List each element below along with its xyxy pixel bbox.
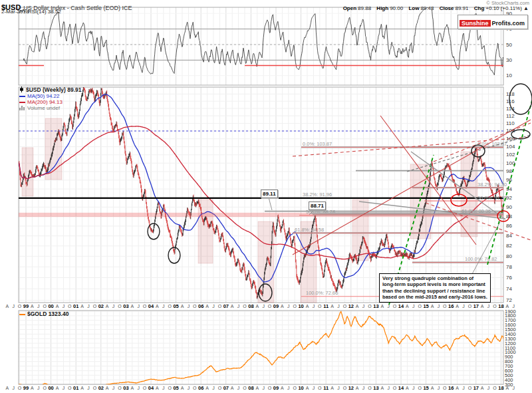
svg-text:J: J [112,386,115,390]
svg-text:A: A [255,386,259,390]
close-label: Close [440,5,454,11]
volume-legend-label: Volume undef [27,105,60,111]
svg-text:O: O [268,304,272,309]
svg-text:O: O [143,386,147,390]
svg-text:50.0%: 91.35: 50.0%: 91.35 [477,195,507,201]
svg-text:O: O [93,304,97,309]
svg-text:J: J [362,386,365,390]
svg-text:A: A [130,304,134,309]
svg-text:17: 17 [473,385,479,391]
annotation-line: based on the mid-2015 and early-2016 low… [382,294,487,300]
svg-text:O: O [318,386,322,390]
svg-text:J: J [362,304,365,309]
svg-text:O: O [293,304,297,309]
svg-text:84: 84 [506,233,512,239]
svg-text:A: A [431,386,434,390]
svg-text:100.0%: 78.82: 100.0%: 78.82 [465,256,497,262]
svg-text:O: O [243,304,247,309]
svg-text:A: A [406,386,409,390]
svg-text:J: J [12,386,15,390]
svg-text:J: J [438,386,440,390]
svg-text:06: 06 [198,303,203,309]
svg-text:J: J [237,304,240,309]
svg-text:O: O [93,386,97,390]
svg-text:11: 11 [323,385,329,391]
svg-text:A: A [380,386,384,390]
svg-text:A: A [306,304,309,309]
chg-value: +0.10 (+0.11%) ▲ [485,5,529,11]
svg-text:A: A [80,386,84,390]
ohlc-readout: Open89.88 High90.00 Low89.43 Close89.91 … [339,5,529,11]
svg-text:J: J [212,304,215,309]
svg-text:J: J [287,386,290,390]
ma200-line-icon [19,102,25,103]
svg-text:38.2%: 94.30: 38.2%: 94.30 [477,182,507,188]
svg-text:61.8%: 84.58: 61.8%: 84.58 [295,227,324,233]
svg-text:08: 08 [248,385,253,391]
svg-text:J: J [262,304,265,309]
svg-text:A: A [281,304,284,309]
svg-text:78: 78 [506,264,512,270]
svg-text:94: 94 [506,186,512,192]
svg-text:O: O [168,386,172,390]
svg-text:O: O [118,304,122,309]
svg-text:A: A [156,304,159,309]
svg-text:J: J [162,386,165,390]
svg-text:A: A [181,386,184,390]
svg-text:02: 02 [98,303,104,309]
svg-text:30: 30 [506,57,512,63]
svg-text:12: 12 [348,385,354,391]
svg-text:A: A [431,304,434,309]
svg-text:08: 08 [248,303,253,309]
svg-text:00: 00 [48,303,53,309]
svg-text:J: J [487,304,490,309]
svg-text:07: 07 [223,385,229,391]
svg-text:O: O [343,304,347,309]
svg-text:A: A [106,304,109,309]
svg-text:O: O [493,386,497,390]
svg-text:J: J [12,304,15,309]
svg-text:A: A [356,386,359,390]
svg-text:76: 76 [506,275,512,281]
svg-text:O: O [443,386,447,390]
svg-text:J: J [487,386,490,390]
svg-text:J: J [162,304,165,309]
svg-text:O: O [418,386,422,390]
svg-text:A: A [31,386,34,390]
svg-text:38.2%: 91.96: 38.2%: 91.96 [303,192,332,197]
svg-text:O: O [43,386,47,390]
svg-text:O: O [443,304,447,309]
svg-text:09: 09 [273,385,279,391]
svg-text:O: O [143,304,147,309]
svg-text:A: A [156,386,159,390]
svg-text:J: J [237,386,240,390]
analyst-annotation-box: Very strong quadruple combination of lon… [379,273,491,303]
svg-text:J: J [512,386,515,390]
svg-text:12: 12 [348,303,354,309]
svg-text:88: 88 [506,213,512,219]
svg-text:04: 04 [148,303,154,309]
svg-text:J: J [63,386,65,390]
svg-text:11: 11 [323,303,329,309]
annotation-line: than the declining support / resistance … [382,288,487,294]
svg-text:72: 72 [506,297,512,303]
sunshine-profits-logo[interactable]: SunshineProfits.com [458,15,528,29]
svg-text:114: 114 [506,106,515,112]
svg-text:O: O [18,304,22,309]
svg-text:50: 50 [506,42,512,48]
svg-text:A: A [231,304,234,309]
svg-text:15: 15 [423,303,428,309]
gold-series-icon [19,314,25,315]
svg-text:O: O [393,304,397,309]
svg-text:O: O [493,304,497,309]
svg-text:102: 102 [506,152,515,158]
svg-text:J: J [188,304,190,309]
volume-legend: Volume undef [19,105,60,112]
svg-text:106: 106 [506,136,515,142]
svg-text:J: J [137,304,140,309]
svg-text:A: A [205,386,209,390]
svg-text:A: A [56,386,59,390]
low-value: 89.43 [420,5,434,11]
close-value: 89.91 [455,5,468,11]
svg-text:O: O [18,386,22,390]
